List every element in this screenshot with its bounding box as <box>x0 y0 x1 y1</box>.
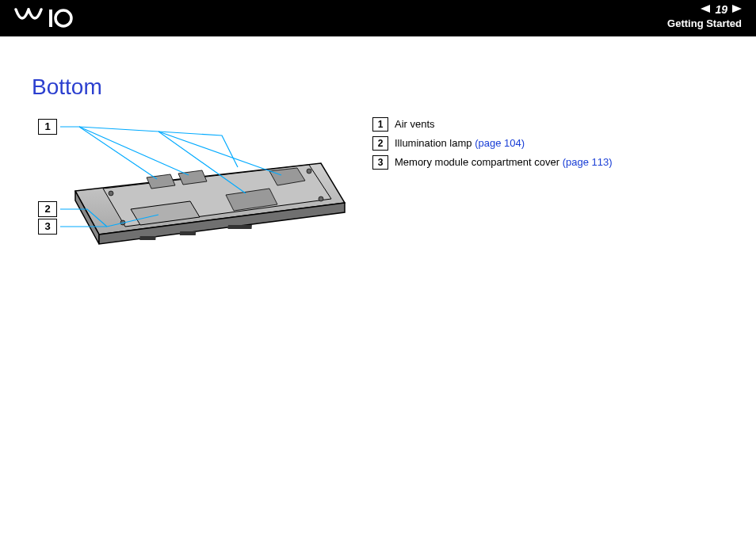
page-content: Bottom <box>0 36 756 258</box>
page-nav: 19 Getting Started <box>667 3 742 29</box>
vaio-logo <box>14 8 101 34</box>
prev-page-arrow[interactable] <box>701 4 710 15</box>
diagram-callout-3: 3 <box>38 219 57 235</box>
svg-point-6 <box>319 196 323 201</box>
legend-label: Air vents <box>395 118 435 130</box>
svg-point-4 <box>109 191 113 196</box>
legend-text-2: Illumination lamp (page 104) <box>395 136 525 151</box>
legend-label: Memory module compartment cover <box>395 156 559 168</box>
diagram-callout-1: 1 <box>38 119 57 135</box>
legend-num-3: 3 <box>372 155 388 170</box>
svg-rect-9 <box>180 231 196 235</box>
page-title: Bottom <box>32 74 724 100</box>
bottom-diagram: 1 2 3 <box>32 116 349 258</box>
legend-num-1: 1 <box>372 117 388 132</box>
legend-link[interactable]: (page 104) <box>475 137 525 149</box>
legend-text-1: Air vents <box>395 117 435 132</box>
legend: 1 Air vents 2 Illumination lamp (page 10… <box>372 116 724 174</box>
laptop-bottom-illustration <box>32 116 349 258</box>
svg-point-1 <box>55 10 71 26</box>
legend-text-3: Memory module compartment cover (page 11… <box>395 155 613 170</box>
svg-rect-8 <box>139 236 155 240</box>
svg-point-5 <box>307 169 311 174</box>
svg-marker-3 <box>732 5 742 13</box>
legend-row: 3 Memory module compartment cover (page … <box>372 155 724 170</box>
legend-link[interactable]: (page 113) <box>563 156 613 168</box>
diagram-callout-2: 2 <box>38 201 57 217</box>
next-page-arrow[interactable] <box>732 4 742 15</box>
svg-rect-10 <box>227 225 251 229</box>
svg-rect-0 <box>49 10 52 27</box>
section-label: Getting Started <box>667 17 742 29</box>
header-bar: 19 Getting Started <box>0 0 756 36</box>
page-number: 19 <box>715 3 727 16</box>
legend-num-2: 2 <box>372 136 388 151</box>
legend-row: 1 Air vents <box>372 117 724 132</box>
legend-label: Illumination lamp <box>395 137 472 149</box>
svg-marker-2 <box>701 5 710 13</box>
legend-row: 2 Illumination lamp (page 104) <box>372 136 724 151</box>
